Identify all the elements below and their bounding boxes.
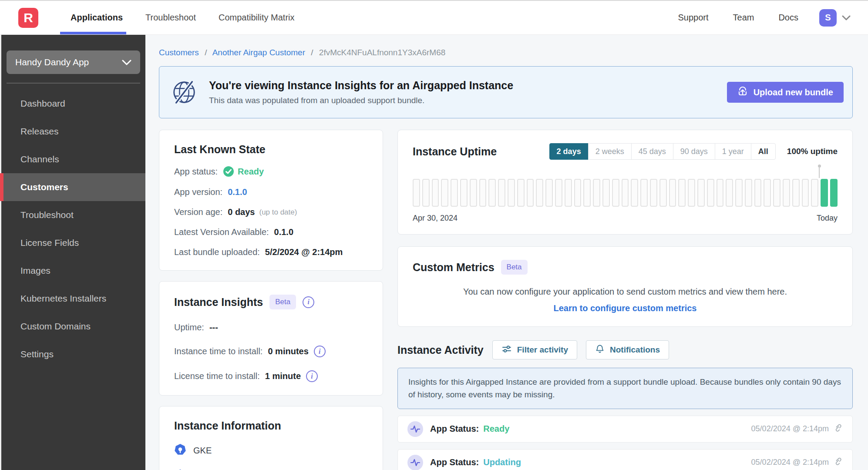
uptime-bar xyxy=(517,179,525,207)
card-title: Instance Information xyxy=(174,420,368,432)
uptime-row: Uptime: --- xyxy=(174,322,368,332)
filter-sliders-icon xyxy=(501,344,512,356)
app-selector-dropdown[interactable]: Handy Dandy App xyxy=(7,50,140,74)
breadcrumb: Customers / Another Airgap Customer / 2f… xyxy=(159,48,853,57)
uptime-bar xyxy=(583,179,591,207)
card-title: Instance Insights xyxy=(174,296,263,309)
license-time-row: License time to install: 1 minute xyxy=(174,370,368,382)
range-2-weeks[interactable]: 2 weeks xyxy=(588,143,632,160)
row-label: Uptime: xyxy=(174,322,204,332)
version-age-note: (up to date) xyxy=(259,208,297,217)
latest-version-value: 0.1.0 xyxy=(274,227,293,237)
uptime-bar xyxy=(745,179,752,207)
uptime-bars xyxy=(413,179,838,207)
link-icon[interactable] xyxy=(834,423,843,434)
instance-information-card: Instance Information GKE xyxy=(159,406,383,470)
last-bundle-row: Last bundle uploaded: 5/2/2024 @ 2:14pm xyxy=(174,247,368,257)
link-icon[interactable] xyxy=(834,457,843,468)
chevron-down-icon xyxy=(122,57,131,67)
nav-link-team[interactable]: Team xyxy=(733,13,754,23)
tab-applications[interactable]: Applications xyxy=(59,1,134,34)
range-90-days[interactable]: 90 days xyxy=(673,143,715,160)
tab-troubleshoot[interactable]: Troubleshoot xyxy=(134,1,207,34)
range-1-year[interactable]: 1 year xyxy=(715,143,751,160)
version-age-value: 0 days xyxy=(228,207,255,217)
uptime-bar xyxy=(565,179,572,207)
breadcrumb-separator: / xyxy=(311,48,313,57)
uptime-bar xyxy=(574,179,582,207)
uptime-bar xyxy=(659,179,667,207)
uptime-bar xyxy=(669,179,676,207)
range-all[interactable]: All xyxy=(751,143,776,160)
sidebar-item-custom-domains[interactable]: Custom Domains xyxy=(1,312,145,340)
info-icon[interactable] xyxy=(303,296,314,308)
uptime-chart: Apr 30, 2024 Today xyxy=(413,179,838,223)
uptime-bar xyxy=(479,179,487,207)
banner-subtitle: This data was populated from an uploaded… xyxy=(209,96,513,105)
configure-custom-metrics-link[interactable]: Learn to configure custom metrics xyxy=(413,303,838,313)
activity-timestamp: 05/02/2024 @ 2:14pm xyxy=(751,458,829,467)
uptime-bar xyxy=(460,179,468,207)
sidebar-item-channels[interactable]: Channels xyxy=(1,145,145,173)
banner-text: You're viewing Instance Insights for an … xyxy=(209,79,513,105)
activity-value: Updating xyxy=(483,457,521,467)
range-2-days[interactable]: 2 days xyxy=(549,143,589,160)
uptime-bar xyxy=(650,179,657,207)
app-selector-label: Handy Dandy App xyxy=(15,57,89,67)
uptime-bar xyxy=(717,179,724,207)
sidebar-item-dashboard[interactable]: Dashboard xyxy=(1,90,145,118)
sidebar-item-settings[interactable]: Settings xyxy=(1,340,145,368)
sidebar-item-releases[interactable]: Releases xyxy=(1,118,145,145)
custom-metrics-description: You can now configure your application t… xyxy=(413,287,838,297)
app-status-row: App status: Ready xyxy=(174,166,368,177)
row-label: App version: xyxy=(174,187,222,197)
uptime-range-selector: 2 days 2 weeks 45 days 90 days 1 year Al… xyxy=(549,143,776,160)
tab-compatibility-matrix[interactable]: Compatibility Matrix xyxy=(207,1,306,34)
vendor-portal-window: R Applications Troubleshoot Compatibilit… xyxy=(0,0,868,470)
notifications-button-label: Notifications xyxy=(610,345,660,355)
notifications-button[interactable]: Notifications xyxy=(586,340,669,359)
app-version-row: App version: 0.1.0 xyxy=(174,187,368,197)
activity-row[interactable]: App Status: Updating 05/02/2024 @ 2:14pm xyxy=(397,449,853,470)
chevron-down-icon[interactable] xyxy=(842,15,851,20)
uptime-bar xyxy=(593,179,600,207)
range-45-days[interactable]: 45 days xyxy=(631,143,673,160)
breadcrumb-customer-link[interactable]: Another Airgap Customer xyxy=(212,48,305,57)
uptime-bar xyxy=(432,179,439,207)
sidebar-item-images[interactable]: Images xyxy=(1,257,145,285)
filter-activity-button[interactable]: Filter activity xyxy=(492,340,577,359)
upload-new-bundle-button[interactable]: Upload new bundle xyxy=(727,82,844,103)
main-content: Customers / Another Airgap Customer / 2f… xyxy=(145,35,868,470)
breadcrumb-customers-link[interactable]: Customers xyxy=(159,48,199,57)
activity-row[interactable]: App Status: Ready 05/02/2024 @ 2:14pm xyxy=(397,416,853,443)
info-icon[interactable] xyxy=(306,370,318,382)
uptime-bar xyxy=(631,179,638,207)
row-label: Latest Version Available: xyxy=(174,227,269,237)
nav-link-support[interactable]: Support xyxy=(678,13,708,23)
sidebar-item-kubernetes-installers[interactable]: Kubernetes Installers xyxy=(1,285,145,312)
nav-link-docs[interactable]: Docs xyxy=(778,13,798,23)
uptime-summary: 100% uptime xyxy=(787,147,838,156)
card-title: Last Known State xyxy=(174,143,368,156)
row-label: Last bundle uploaded: xyxy=(174,247,260,257)
info-icon[interactable] xyxy=(314,346,326,357)
airgap-globe-icon xyxy=(171,79,198,106)
uptime-bar xyxy=(678,179,686,207)
user-avatar[interactable]: S xyxy=(819,9,837,27)
custom-metrics-card: Custom Metrics Beta You can now configur… xyxy=(397,246,853,327)
activity-label: App Status: xyxy=(430,424,479,434)
sidebar-item-troubleshoot[interactable]: Troubleshoot xyxy=(1,201,145,229)
sidebar-nav: Dashboard Releases Channels Customers Tr… xyxy=(1,90,145,368)
chart-start-label: Apr 30, 2024 xyxy=(413,214,458,223)
distribution-row: GKE xyxy=(174,443,368,458)
row-label: App status: xyxy=(174,167,218,177)
sidebar-item-license-fields[interactable]: License Fields xyxy=(1,229,145,257)
sidebar-item-customers[interactable]: Customers xyxy=(1,173,145,201)
last-bundle-value: 5/2/2024 @ 2:14pm xyxy=(265,247,343,257)
app-version-link[interactable]: 0.1.0 xyxy=(228,187,247,197)
replicated-logo[interactable]: R xyxy=(18,8,38,28)
uptime-bar xyxy=(640,179,648,207)
airgap-banner: You're viewing Instance Insights for an … xyxy=(159,66,853,118)
uptime-bar xyxy=(830,179,838,207)
nav-right: Support Team Docs S xyxy=(653,9,851,27)
